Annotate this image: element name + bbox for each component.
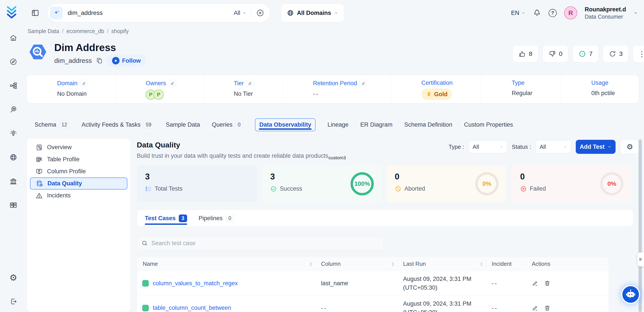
upvote-button[interactable]: 8 bbox=[512, 45, 538, 62]
menu-item-table-profile[interactable]: Table Profile bbox=[30, 153, 127, 166]
edit-test-icon[interactable] bbox=[532, 305, 538, 311]
search-icon bbox=[141, 240, 148, 246]
clear-search-icon[interactable] bbox=[256, 9, 264, 17]
pipelines-count: 0 bbox=[226, 215, 234, 222]
sidebar-toggle-button[interactable] bbox=[31, 9, 40, 18]
document-search-icon bbox=[36, 144, 43, 151]
aborted-label: Aborted bbox=[404, 185, 425, 192]
tab-sample-data[interactable]: Sample Data bbox=[166, 119, 200, 131]
type-value: Regular bbox=[512, 90, 561, 97]
downvote-button[interactable]: 0 bbox=[543, 45, 568, 62]
breadcrumb-item[interactable]: Sample Data bbox=[28, 28, 59, 34]
app-logo[interactable] bbox=[5, 5, 18, 20]
column-header-column[interactable]: Column▲▼ bbox=[315, 260, 398, 267]
tasks-count: 7 bbox=[589, 50, 592, 57]
pencil-icon bbox=[170, 81, 174, 85]
tab-data-observability[interactable]: Data Observability bbox=[255, 118, 316, 131]
logout-icon[interactable] bbox=[10, 297, 17, 305]
home-icon[interactable] bbox=[10, 34, 17, 42]
edit-tier-button[interactable] bbox=[246, 80, 254, 87]
cell-last-run: August 09, 2024, 3:31 PM (UTC+05:30) bbox=[398, 274, 486, 292]
retention-value: -- bbox=[313, 90, 391, 97]
type-filter-select[interactable]: All bbox=[469, 140, 507, 153]
tab-schema[interactable]: Schema12 bbox=[34, 118, 70, 131]
knowledge-book-icon[interactable] bbox=[10, 201, 17, 209]
more-options-button[interactable]: ⋮ bbox=[633, 45, 644, 62]
user-avatar[interactable]: R bbox=[564, 6, 577, 20]
test-case-link[interactable]: table_column_count_between bbox=[153, 304, 231, 311]
search-input[interactable] bbox=[68, 10, 234, 17]
chatbot-button[interactable] bbox=[622, 286, 639, 303]
explore-compass-icon[interactable] bbox=[10, 58, 17, 66]
tab-custom-properties[interactable]: Custom Properties bbox=[464, 119, 513, 131]
edit-domain-button[interactable] bbox=[80, 80, 88, 87]
versions-button[interactable]: 3 bbox=[603, 45, 629, 62]
test-case-link[interactable]: column_values_to_match_regex bbox=[153, 280, 238, 287]
entity-metadata-bar: Domain No Domain Owners P P Tier No Tier… bbox=[27, 75, 639, 103]
follow-button[interactable]: ★ Follow bbox=[107, 55, 146, 67]
menu-item-column-profile[interactable]: Column Profile bbox=[30, 166, 127, 178]
insights-bulb-icon[interactable] bbox=[10, 129, 17, 137]
observability-search-eye-icon[interactable] bbox=[10, 106, 17, 113]
test-cases-count: 3 bbox=[179, 215, 187, 222]
breadcrumb-item[interactable]: ecommerce_db bbox=[66, 28, 104, 34]
edit-retention-button[interactable] bbox=[360, 80, 367, 87]
tab-pipelines[interactable]: Pipelines 0 bbox=[198, 210, 234, 227]
follow-label: Follow bbox=[122, 57, 141, 64]
tasks-button[interactable]: 7 bbox=[573, 45, 598, 62]
ai-sparkle-chip[interactable] bbox=[50, 7, 63, 19]
lineage-flow-icon[interactable] bbox=[10, 82, 17, 90]
aborted-percent-ring: 0% bbox=[475, 172, 498, 195]
settings-gear-icon[interactable]: ⚙ bbox=[10, 274, 17, 281]
menu-item-data-quality[interactable]: Data Quality bbox=[30, 178, 127, 190]
search-scope-dropdown[interactable]: All bbox=[234, 10, 246, 17]
add-test-button[interactable]: Add Test bbox=[576, 140, 616, 154]
column-profile-icon bbox=[36, 168, 43, 175]
delete-test-icon[interactable] bbox=[544, 280, 550, 286]
language-selector[interactable]: EN bbox=[511, 10, 526, 17]
check-circle-icon bbox=[270, 186, 277, 192]
breadcrumb-item[interactable]: shopify bbox=[112, 28, 129, 34]
chevron-down-icon bbox=[522, 11, 526, 15]
cell-column: last_name bbox=[315, 279, 398, 288]
delete-test-icon[interactable] bbox=[544, 305, 550, 311]
user-name: Rounakpreet.d bbox=[585, 6, 626, 13]
test-case-search[interactable] bbox=[137, 236, 384, 250]
content-scrollbar[interactable] bbox=[638, 139, 642, 312]
tab-queries[interactable]: Queries0 bbox=[212, 118, 243, 131]
user-info[interactable]: Rounakpreet.d Data Consumer bbox=[585, 6, 626, 20]
column-header-name[interactable]: Name▲▼ bbox=[137, 260, 315, 267]
sort-icon[interactable]: ▲▼ bbox=[310, 262, 312, 266]
tab-activity-feeds[interactable]: Activity Feeds & Tasks59 bbox=[82, 118, 154, 131]
help-icon[interactable]: ? bbox=[548, 9, 557, 17]
domains-globe-icon[interactable] bbox=[10, 153, 17, 161]
edit-test-icon[interactable] bbox=[532, 280, 538, 286]
global-search-bar[interactable]: All bbox=[47, 4, 270, 22]
chevron-down-icon[interactable] bbox=[634, 11, 638, 15]
tab-schema-definition[interactable]: Schema Definition bbox=[404, 119, 452, 131]
test-case-search-input[interactable] bbox=[152, 240, 379, 247]
notifications-bell-icon[interactable] bbox=[533, 9, 541, 17]
tab-lineage[interactable]: Lineage bbox=[327, 119, 348, 131]
tab-er-diagram[interactable]: ER Diagram bbox=[360, 119, 392, 131]
meta-owners: Owners P P bbox=[115, 75, 204, 103]
owner-avatar[interactable]: P bbox=[154, 90, 164, 100]
status-filter-select[interactable]: All bbox=[536, 140, 571, 153]
tier-value: No Tier bbox=[234, 90, 282, 97]
downvote-count: 0 bbox=[559, 50, 562, 57]
sort-icon[interactable]: ▲▼ bbox=[392, 262, 394, 266]
govern-bank-icon[interactable] bbox=[10, 177, 17, 185]
test-settings-button[interactable]: ⚙ bbox=[620, 140, 639, 154]
column-header-last-run[interactable]: Last Run▲▼ bbox=[398, 260, 486, 267]
copy-name-button[interactable] bbox=[96, 57, 103, 64]
menu-item-incidents[interactable]: Incidents bbox=[30, 190, 127, 202]
edit-owners-button[interactable] bbox=[169, 80, 176, 87]
type-label: Type bbox=[512, 80, 524, 86]
sort-icon[interactable]: ▲▼ bbox=[480, 262, 483, 266]
tab-test-cases[interactable]: Test Cases 3 bbox=[145, 210, 187, 227]
domains-selector[interactable]: All Domains bbox=[281, 4, 344, 22]
feedback-widget-handle[interactable]: ≡ bbox=[638, 252, 644, 266]
domain-value: No Domain bbox=[57, 90, 115, 97]
chevron-down-icon bbox=[563, 145, 567, 149]
menu-item-overview[interactable]: Overview bbox=[30, 141, 127, 153]
